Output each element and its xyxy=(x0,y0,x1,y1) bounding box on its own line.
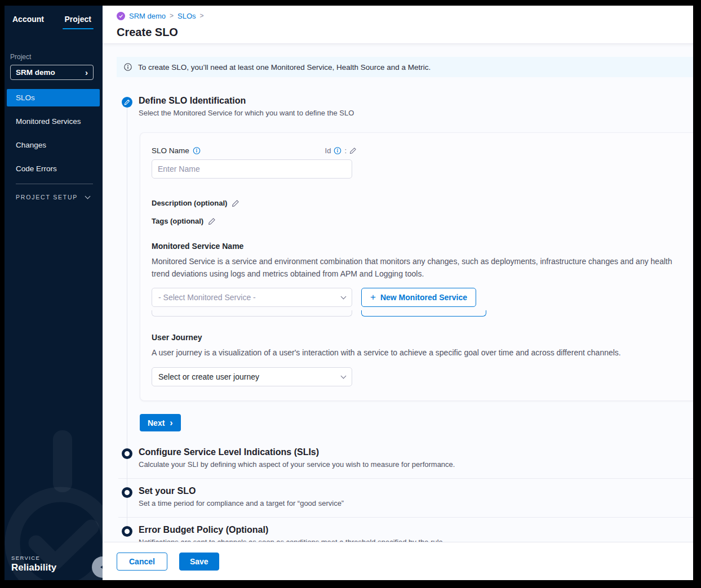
project-selector[interactable]: SRM demo › xyxy=(10,65,94,80)
slo-name-input[interactable] xyxy=(152,159,352,179)
step-3-subtitle: Set a time period for compliance and a t… xyxy=(139,499,344,507)
info-banner: To create SLO, you’ll need at least one … xyxy=(117,57,693,77)
monitored-service-heading: Monitored Service Name xyxy=(152,242,682,251)
step-ring-icon xyxy=(122,448,132,459)
new-monitored-service-button[interactable]: + New Monitored Service xyxy=(361,288,476,307)
user-journey-select-value: Select or create user journey xyxy=(158,372,259,381)
step-ring-icon xyxy=(122,487,132,498)
project-selector-value: SRM demo xyxy=(16,68,55,77)
wizard-connector-line xyxy=(127,100,127,527)
breadcrumb: SRM demo > SLOs > xyxy=(117,11,693,21)
tags-label: Tags (optional) xyxy=(152,217,203,225)
id-label: Id xyxy=(325,146,331,155)
slo-name-label-text: SLO Name xyxy=(152,146,189,155)
breadcrumb-link-srm-demo[interactable]: SRM demo xyxy=(129,12,166,20)
brand: SERVICE Reliability xyxy=(11,555,56,573)
chevron-right-icon: › xyxy=(170,418,172,427)
edit-pencil-icon[interactable] xyxy=(349,147,357,154)
wizard-step-1[interactable]: Define SLO Identification Select the Mon… xyxy=(122,96,693,117)
collapsed-steps: Configure Service Level Indications (SLI… xyxy=(118,447,693,542)
step-1-title: Define SLO Identification xyxy=(139,96,354,106)
new-monitored-service-label: New Monitored Service xyxy=(380,293,467,302)
tab-project[interactable]: Project xyxy=(61,12,95,29)
step-4-subtitle: Notifications are sent to channels as so… xyxy=(139,538,445,542)
info-icon[interactable] xyxy=(334,147,341,154)
id-separator: : xyxy=(344,146,347,155)
step-2-subtitle: Calculate your SLI by defining which asp… xyxy=(139,460,455,469)
step-2-title: Configure Service Level Indications (SLI… xyxy=(139,447,455,457)
breadcrumb-link-slos[interactable]: SLOs xyxy=(178,12,196,20)
page-footer: Cancel Save xyxy=(103,542,693,580)
next-button[interactable]: Next › xyxy=(140,414,181,431)
edit-pencil-step-icon xyxy=(122,97,132,108)
chevron-down-icon xyxy=(341,293,347,299)
next-button-label: Next xyxy=(148,418,165,427)
project-setup-toggle[interactable]: PROJECT SETUP xyxy=(5,194,103,201)
edit-pencil-icon[interactable] xyxy=(208,217,216,225)
monitored-service-select-placeholder: - Select Monitored Service - xyxy=(158,293,256,302)
sidebar-item-code-errors[interactable]: Code Errors xyxy=(5,160,103,177)
app-window: Account Project Project SRM demo › SLOs … xyxy=(5,6,693,580)
page-content: To create SLO, you’ll need at least one … xyxy=(103,44,693,542)
sidebar: Account Project Project SRM demo › SLOs … xyxy=(5,6,103,580)
ghost-select-border xyxy=(152,310,352,317)
user-journey-select[interactable]: Select or create user journey xyxy=(152,367,352,386)
page-title: Create SLO xyxy=(117,26,693,39)
edit-pencil-icon[interactable] xyxy=(232,199,239,207)
user-journey-heading: User Journey xyxy=(152,333,682,342)
wizard-step-2[interactable]: Configure Service Level Indications (SLI… xyxy=(118,447,693,479)
sidebar-item-slos[interactable]: SLOs xyxy=(7,89,100,106)
user-journey-description: A user journey is a visualization of a u… xyxy=(152,347,678,359)
id-group: Id : xyxy=(325,146,357,155)
sidebar-item-changes[interactable]: Changes xyxy=(5,136,103,154)
tab-account[interactable]: Account xyxy=(9,12,47,29)
main-area: SRM demo > SLOs > Create SLO To create S… xyxy=(103,6,693,580)
scope-tabs: Account Project xyxy=(5,6,103,29)
breadcrumb-separator: > xyxy=(200,12,204,20)
project-label: Project xyxy=(10,53,103,61)
sidebar-nav: SLOs Monitored Services Changes Code Err… xyxy=(5,89,103,177)
step-1-subtitle: Select the Monitored Service for which y… xyxy=(139,109,354,117)
brand-eyebrow: SERVICE xyxy=(11,555,56,561)
brand-name: Reliability xyxy=(11,562,56,573)
tags-toggle[interactable]: Tags (optional) xyxy=(152,217,682,225)
save-button[interactable]: Save xyxy=(179,553,219,571)
monitored-service-select[interactable]: - Select Monitored Service - xyxy=(152,288,352,307)
cancel-button[interactable]: Cancel xyxy=(117,553,167,571)
page-header: SRM demo > SLOs > Create SLO xyxy=(103,6,693,44)
srm-module-icon xyxy=(117,12,125,20)
chevron-right-icon: › xyxy=(85,68,88,77)
info-icon xyxy=(124,63,132,71)
plus-icon: + xyxy=(370,292,376,303)
monitored-service-controls: - Select Monitored Service - + New Monit… xyxy=(152,288,682,307)
monitored-service-description: Monitored Service is a service and envir… xyxy=(152,256,678,280)
step-4-title: Error Budget Policy (Optional) xyxy=(139,525,445,535)
ghost-borders xyxy=(152,310,682,317)
step-3-title: Set your SLO xyxy=(139,486,344,496)
slo-identification-card: SLO Name Id xyxy=(140,132,693,401)
step-ring-icon xyxy=(122,526,132,537)
sidebar-divider xyxy=(16,184,93,184)
slo-name-label: SLO Name xyxy=(152,146,201,155)
sidebar-collapse-button[interactable] xyxy=(92,556,103,578)
wizard-step-3[interactable]: Set your SLO Set a time period for compl… xyxy=(118,479,693,518)
chevron-down-icon xyxy=(85,193,91,199)
info-banner-text: To create SLO, you’ll need at least one … xyxy=(138,63,431,72)
user-journey-controls: Select or create user journey xyxy=(152,367,682,386)
project-setup-label: PROJECT SETUP xyxy=(16,194,78,201)
sidebar-item-monitored-services[interactable]: Monitored Services xyxy=(5,113,103,130)
chevron-down-icon xyxy=(341,373,347,378)
info-icon[interactable] xyxy=(193,147,201,154)
name-id-row: SLO Name Id xyxy=(152,146,357,155)
wizard-step-4[interactable]: Error Budget Policy (Optional) Notificat… xyxy=(118,518,693,542)
triangle-left-icon xyxy=(100,564,103,570)
description-label: Description (optional) xyxy=(152,199,227,207)
ghost-button-border xyxy=(361,310,486,317)
description-toggle[interactable]: Description (optional) xyxy=(152,199,682,207)
breadcrumb-separator: > xyxy=(170,12,174,20)
